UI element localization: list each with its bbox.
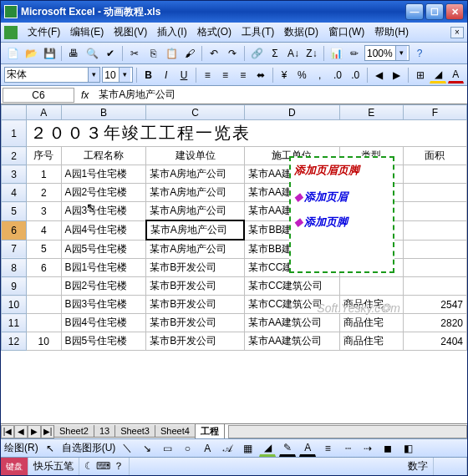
fill-icon[interactable]: ◢ [259, 440, 276, 457]
cell[interactable]: 2404 [403, 332, 466, 351]
oval-icon[interactable]: ○ [179, 440, 196, 457]
row-header[interactable]: 11 [2, 314, 27, 332]
cell[interactable]: B园1号住宅楼 [61, 259, 146, 277]
sum-icon[interactable]: Σ [267, 45, 283, 62]
menu-data[interactable]: 数据(D) [279, 23, 323, 41]
draw-menu[interactable]: 绘图(R) [4, 441, 38, 455]
font-size-combo[interactable]: 10▾ [102, 67, 133, 83]
col-header-b[interactable]: B [61, 105, 146, 120]
line-icon[interactable]: ＼ [119, 440, 135, 457]
clip-icon[interactable]: ▦ [239, 440, 256, 457]
chevron-down-icon[interactable]: ▾ [119, 68, 130, 82]
row-header[interactable]: 8 [2, 259, 27, 277]
col-header-e[interactable]: E [339, 105, 403, 120]
cell[interactable]: 某市B开发公司 [146, 332, 245, 351]
row-header[interactable]: 10 [2, 296, 27, 314]
header-seq[interactable]: 序号 [27, 147, 62, 165]
cell[interactable]: 某市CC建筑公司 [244, 296, 339, 314]
cell[interactable]: B园3号住宅楼 [61, 296, 146, 314]
col-header-f[interactable]: F [403, 105, 466, 120]
font-name-combo[interactable]: 宋体▾ [4, 67, 100, 83]
fill-color-icon[interactable]: ◢ [430, 67, 445, 84]
sheet-tab-active[interactable]: 工程 [195, 424, 225, 439]
redo-icon[interactable]: ↷ [224, 45, 241, 62]
row-header[interactable]: 5 [2, 202, 27, 221]
cell[interactable]: 商品住宅 [339, 296, 403, 314]
rect-icon[interactable]: ▭ [159, 440, 176, 457]
undo-icon[interactable]: ↶ [206, 45, 222, 62]
ime-toggle[interactable]: 键盘 [1, 458, 28, 475]
cell[interactable]: 5 [27, 240, 62, 259]
borders-icon[interactable]: ⊞ [412, 67, 428, 84]
cell[interactable] [27, 277, 62, 296]
cell[interactable]: 10 [27, 332, 62, 351]
arrow-style-icon[interactable]: ⇢ [359, 440, 376, 457]
chevron-down-icon[interactable]: ▾ [88, 68, 99, 82]
preview-icon[interactable]: 🔍 [84, 45, 100, 62]
cell[interactable]: 某市A房地产公司 [146, 220, 245, 240]
cell[interactable]: 2547 [403, 296, 466, 314]
cell[interactable]: B园5号住宅楼 [61, 332, 146, 351]
header-proj[interactable]: 工程名称 [61, 147, 146, 165]
cell[interactable]: 3 [27, 202, 62, 221]
cell[interactable]: 4 [27, 220, 62, 240]
link-icon[interactable]: 🔗 [248, 45, 265, 62]
sheet-tab[interactable]: Sheet4 [155, 425, 196, 438]
currency-icon[interactable]: ¥ [277, 67, 292, 84]
shadow-icon[interactable]: ◼ [379, 440, 396, 457]
row-header[interactable]: 4 [2, 184, 27, 202]
menu-view[interactable]: 视图(V) [109, 23, 152, 41]
header-build[interactable]: 建设单位 [146, 147, 245, 165]
3d-icon[interactable]: ◧ [399, 440, 416, 457]
cell[interactable]: 某市B开发公司 [146, 314, 245, 332]
inc-decimal-icon[interactable]: .0 [329, 67, 345, 84]
row-header[interactable]: 7 [2, 240, 27, 259]
row-header[interactable]: 6 [2, 220, 27, 240]
indent-dec-icon[interactable]: ◀ [371, 67, 387, 84]
align-left-icon[interactable]: ≡ [200, 67, 216, 84]
menu-help[interactable]: 帮助(H) [369, 23, 414, 41]
cell[interactable]: 1 [27, 165, 62, 184]
save-icon[interactable]: 💾 [41, 45, 58, 62]
cell[interactable]: 商品住宅 [339, 314, 403, 332]
add-footer-link[interactable]: 添加页脚 [294, 215, 389, 230]
cell[interactable]: 某市A房地产公司 [146, 184, 245, 202]
open-icon[interactable]: 📂 [23, 45, 39, 62]
spell-icon[interactable]: ✔ [102, 45, 119, 62]
cell[interactable] [403, 184, 466, 202]
wordart-icon[interactable]: 𝒜 [219, 440, 236, 457]
select-all-corner[interactable] [2, 105, 27, 120]
fontcolor2-icon[interactable]: A [299, 440, 316, 457]
tab-nav-next-icon[interactable]: ▶ [28, 425, 41, 438]
autoshapes-menu[interactable]: 自选图形(U) [62, 441, 116, 455]
percent-icon[interactable]: % [294, 67, 310, 84]
cell[interactable]: 某市AA建筑公司 [244, 314, 339, 332]
cell[interactable] [403, 220, 466, 240]
select-arrow-icon[interactable]: ↖ [42, 440, 58, 457]
line-style-icon[interactable]: ≡ [319, 440, 336, 457]
sheet-tab[interactable]: 13 [94, 425, 115, 438]
cell[interactable] [403, 277, 466, 296]
cell[interactable] [27, 296, 62, 314]
cell[interactable]: 某市A房地产公司 [146, 202, 245, 221]
align-center-icon[interactable]: ≡ [217, 67, 233, 84]
col-header-a[interactable]: A [27, 105, 62, 120]
cell[interactable]: 6 [27, 259, 62, 277]
dash-icon[interactable]: ┄ [339, 440, 356, 457]
cell[interactable]: 某市CC建筑公司 [244, 277, 339, 296]
row-header[interactable]: 2 [2, 147, 27, 165]
cell[interactable] [403, 240, 466, 259]
close-button[interactable]: ✕ [445, 3, 464, 20]
line-color-icon[interactable]: ✎ [279, 440, 296, 457]
cell[interactable] [403, 202, 466, 221]
row-header[interactable]: 9 [2, 277, 27, 296]
cell[interactable] [403, 165, 466, 184]
print-icon[interactable]: 🖶 [65, 45, 82, 62]
cell[interactable]: A园5号住宅楼 [61, 240, 146, 259]
textbox-icon[interactable]: A [199, 440, 216, 457]
add-header-link[interactable]: 添加页眉 [294, 190, 389, 205]
cut-icon[interactable]: ✂ [126, 45, 143, 62]
help-icon[interactable]: ? [411, 45, 428, 62]
cell[interactable]: A园2号住宅楼 [61, 184, 146, 202]
copy-icon[interactable]: ⎘ [145, 45, 161, 62]
